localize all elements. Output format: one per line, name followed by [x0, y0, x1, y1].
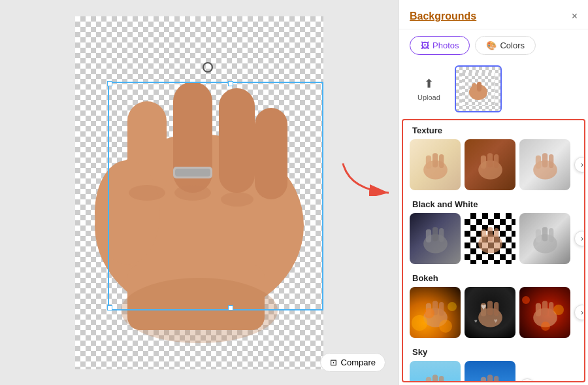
- svg-rect-20: [477, 82, 482, 92]
- bw-thumb-1[interactable]: [410, 213, 461, 264]
- svg-point-71: [478, 382, 502, 382]
- hand-mini-bw1: [417, 221, 453, 257]
- svg-rect-73: [487, 375, 492, 382]
- bokeh-next-button[interactable]: ›: [574, 305, 585, 320]
- corner-handle-br[interactable]: [228, 305, 233, 310]
- svg-rect-44: [549, 228, 553, 242]
- svg-rect-62: [542, 301, 547, 315]
- tab-bar: 🖼 Photos 🎨 Colors: [399, 29, 588, 61]
- svg-rect-34: [425, 229, 431, 242]
- svg-point-67: [423, 382, 448, 382]
- corner-handle-tl[interactable]: [107, 81, 112, 86]
- hand-overlay-s2: [465, 361, 515, 382]
- svg-rect-43: [542, 227, 547, 241]
- bokeh-thumb-1[interactable]: [410, 287, 461, 338]
- sky-grid-row: ›: [410, 361, 578, 382]
- bokeh-section-title: Bokeh: [410, 268, 578, 287]
- bw-thumb-3[interactable]: [519, 213, 570, 264]
- photos-label: Photos: [433, 41, 459, 50]
- bokeh-grid-row: ♥ ♥ ♥: [410, 287, 578, 338]
- upload-label: Upload: [417, 93, 440, 101]
- panel-title: Backgrounds: [410, 10, 476, 22]
- texture-section-title: Texture: [410, 120, 578, 139]
- svg-rect-23: [432, 153, 437, 167]
- sky-thumb-1[interactable]: [410, 361, 461, 382]
- corner-handle-bl[interactable]: [107, 305, 112, 310]
- hand-overlay-bk1: [410, 287, 461, 338]
- tab-colors[interactable]: 🎨 Colors: [475, 36, 536, 55]
- svg-rect-47: [432, 301, 437, 315]
- svg-rect-56: [494, 302, 498, 316]
- hand-mini-t2: [472, 147, 508, 183]
- texture-thumb-3[interactable]: [519, 139, 570, 190]
- hand-mini-bk1: [417, 295, 453, 331]
- svg-rect-26: [480, 155, 485, 168]
- svg-point-10: [221, 192, 253, 207]
- hand-mini-bk3: [527, 295, 563, 331]
- tab-photos[interactable]: 🖼 Photos: [410, 36, 470, 55]
- texture-next-button[interactable]: ›: [574, 157, 585, 173]
- hand-mini-bw2: [472, 221, 508, 257]
- hand-mini-s1: [417, 369, 453, 383]
- selected-background-thumb[interactable]: [455, 65, 502, 112]
- upload-button[interactable]: ⬆ Upload: [410, 71, 448, 107]
- svg-point-8: [129, 185, 165, 201]
- hand-overlay-bk3: [519, 287, 570, 338]
- svg-point-5: [95, 160, 160, 265]
- hand-overlay-s1: [410, 361, 461, 382]
- svg-rect-74: [494, 376, 498, 383]
- hand-mini-t1: [417, 147, 453, 183]
- svg-rect-63: [549, 302, 553, 316]
- svg-rect-42: [535, 229, 540, 242]
- svg-rect-28: [494, 154, 498, 168]
- hand-overlay-t2: [465, 139, 515, 190]
- hand-overlay-bk2: [465, 287, 515, 338]
- panel-header: Backgrounds ×: [399, 0, 588, 29]
- svg-rect-24: [439, 154, 444, 168]
- compare-button[interactable]: ⊡ Compare: [320, 353, 385, 372]
- svg-rect-7: [175, 169, 210, 176]
- svg-rect-54: [480, 303, 485, 316]
- canvas-background: [75, 16, 323, 369]
- svg-rect-19: [472, 83, 477, 92]
- hand-image: [75, 16, 323, 369]
- photos-icon: 🖼: [421, 41, 429, 50]
- svg-rect-30: [535, 155, 540, 168]
- svg-rect-36: [439, 228, 444, 242]
- svg-rect-31: [542, 153, 547, 167]
- rotate-handle[interactable]: [203, 62, 213, 73]
- hand-overlay-t1: [410, 139, 461, 190]
- hand-overlay-t3: [519, 139, 570, 190]
- svg-rect-27: [487, 153, 492, 167]
- sky-section-title: Sky: [410, 342, 578, 361]
- compare-label: Compare: [341, 358, 376, 367]
- sky-thumb-2[interactable]: [465, 361, 515, 382]
- texture-thumb-1[interactable]: [410, 139, 461, 190]
- hand-overlay-bw1: [410, 213, 461, 264]
- svg-rect-68: [425, 377, 431, 382]
- svg-rect-39: [487, 227, 492, 241]
- thumb-checkerboard: [462, 73, 495, 105]
- backgrounds-scroll-area[interactable]: Texture: [402, 119, 585, 382]
- svg-rect-35: [432, 227, 437, 241]
- svg-rect-40: [494, 228, 498, 242]
- svg-rect-4: [255, 108, 287, 199]
- texture-grid-row: ›: [410, 139, 578, 190]
- backgrounds-panel: Backgrounds × 🖼 Photos 🎨 Colors ⬆ Upload: [399, 0, 588, 385]
- svg-point-9: [174, 185, 211, 201]
- svg-rect-22: [425, 155, 431, 168]
- bw-thumb-2[interactable]: [465, 213, 515, 264]
- bw-next-button[interactable]: ›: [574, 231, 585, 246]
- texture-thumb-2[interactable]: [465, 139, 515, 190]
- close-button[interactable]: ×: [572, 10, 578, 22]
- bokeh-thumb-3[interactable]: [519, 287, 570, 338]
- bw-section-title: Black and White: [410, 194, 578, 213]
- hand-mini-s2: [472, 369, 508, 383]
- svg-rect-69: [432, 375, 437, 382]
- bw-grid-row: ›: [410, 213, 578, 264]
- sky-next-button[interactable]: ›: [519, 378, 535, 382]
- corner-handle-tr[interactable]: [228, 81, 233, 86]
- colors-label: Colors: [500, 41, 525, 50]
- svg-rect-48: [439, 302, 444, 316]
- bokeh-thumb-2[interactable]: ♥ ♥ ♥: [465, 287, 515, 338]
